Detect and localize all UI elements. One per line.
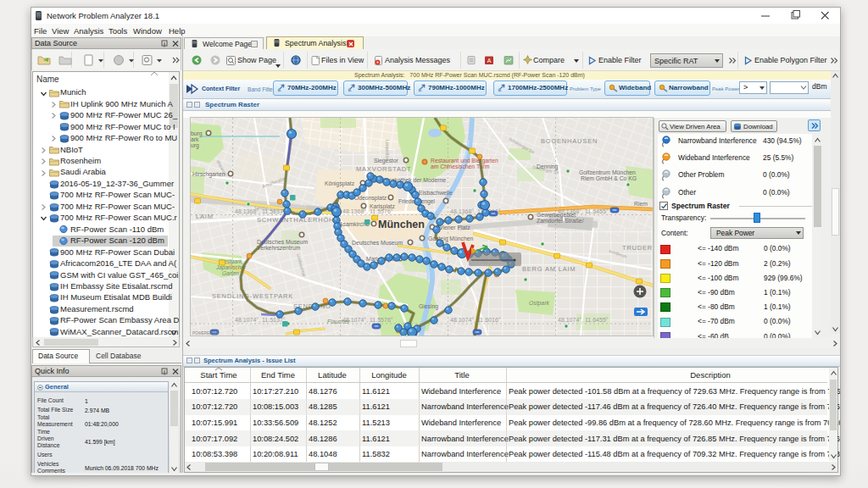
svg-text:A: A [487,58,492,64]
